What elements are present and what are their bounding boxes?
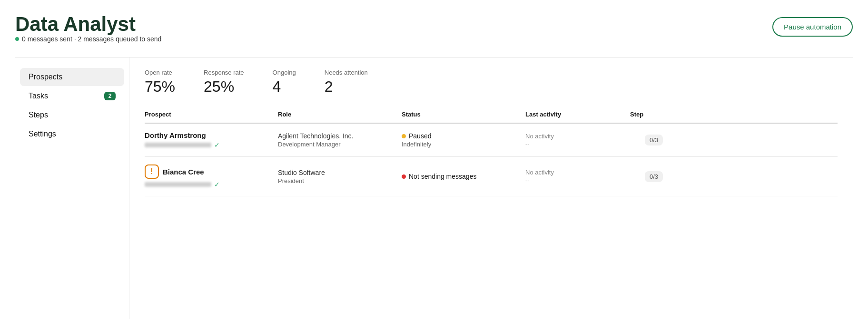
prospect-name: Dorthy Armstrong bbox=[145, 131, 206, 139]
activity-dash: -- bbox=[525, 141, 630, 148]
stat-ongoing: Ongoing 4 bbox=[273, 69, 296, 96]
prospect-name: Bianca Cree bbox=[163, 168, 204, 176]
activity-cell: No activity -- bbox=[525, 169, 630, 184]
activity-dash: -- bbox=[525, 177, 630, 184]
sidebar-item-label: Steps bbox=[29, 111, 48, 119]
stat-label: Needs attention bbox=[325, 69, 368, 76]
status-dot-icon bbox=[15, 37, 19, 41]
alert-icon: ! bbox=[145, 164, 159, 179]
step-badge: 0/3 bbox=[645, 171, 663, 182]
col-step: Step bbox=[630, 111, 678, 118]
status-cell: Paused Indefinitely bbox=[402, 132, 525, 148]
prospect-email-row: ✓ bbox=[145, 141, 278, 149]
stat-needs-attention: Needs attention 2 bbox=[325, 69, 368, 96]
sidebar-item-label: Settings bbox=[29, 130, 56, 138]
status-bar: 0 messages sent · 2 messages queued to s… bbox=[15, 35, 161, 43]
sidebar: Prospects Tasks 2 Steps Settings bbox=[15, 58, 129, 319]
email-blur bbox=[145, 182, 211, 187]
role-title: President bbox=[278, 177, 402, 184]
prospect-cell: ! Bianca Cree ✓ bbox=[145, 164, 278, 188]
sidebar-item-steps[interactable]: Steps bbox=[20, 106, 124, 124]
sidebar-item-prospects[interactable]: Prospects bbox=[20, 68, 124, 86]
main-layout: Prospects Tasks 2 Steps Settings Open ra… bbox=[15, 57, 853, 319]
status-yellow-icon bbox=[402, 134, 406, 138]
stat-value: 25% bbox=[204, 78, 244, 96]
table-row[interactable]: Dorthy Armstrong ✓ Agilent Technologies,… bbox=[145, 124, 838, 157]
status-sub: Indefinitely bbox=[402, 141, 525, 148]
company-name: Agilent Technologies, Inc. bbox=[278, 132, 402, 140]
step-badge: 0/3 bbox=[645, 135, 663, 145]
status-label: Not sending messages bbox=[409, 173, 476, 180]
col-role: Role bbox=[278, 111, 402, 118]
pause-automation-button[interactable]: Pause automation bbox=[772, 17, 853, 37]
content-area: Open rate 75% Response rate 25% Ongoing … bbox=[129, 58, 853, 319]
prospect-email-row: ✓ bbox=[145, 181, 278, 188]
stats-row: Open rate 75% Response rate 25% Ongoing … bbox=[145, 69, 838, 96]
stat-value: 2 bbox=[325, 78, 368, 96]
status-label: Paused bbox=[409, 132, 431, 140]
verified-check-icon: ✓ bbox=[214, 141, 220, 149]
stat-value: 75% bbox=[145, 78, 175, 96]
stat-label: Response rate bbox=[204, 69, 244, 76]
page-header: Data Analyst 0 messages sent · 2 message… bbox=[15, 13, 853, 53]
stat-open-rate: Open rate 75% bbox=[145, 69, 175, 96]
page-title: Data Analyst bbox=[15, 13, 161, 35]
step-cell: 0/3 bbox=[630, 135, 678, 145]
col-last-activity: Last activity bbox=[525, 111, 630, 118]
status-red-icon bbox=[402, 174, 406, 179]
stat-response-rate: Response rate 25% bbox=[204, 69, 244, 96]
sidebar-item-label: Tasks bbox=[29, 92, 48, 100]
last-activity: No activity bbox=[525, 133, 630, 140]
stat-value: 4 bbox=[273, 78, 296, 96]
stat-label: Open rate bbox=[145, 69, 175, 76]
prospect-cell: Dorthy Armstrong ✓ bbox=[145, 131, 278, 149]
table-header: Prospect Role Status Last activity Step bbox=[145, 111, 838, 124]
col-prospect: Prospect bbox=[145, 111, 278, 118]
tasks-badge: 2 bbox=[104, 92, 116, 100]
status-row: Paused bbox=[402, 132, 525, 140]
last-activity: No activity bbox=[525, 169, 630, 176]
status-text: 0 messages sent · 2 messages queued to s… bbox=[22, 35, 161, 43]
role-cell: Agilent Technologies, Inc. Development M… bbox=[278, 132, 402, 148]
sidebar-item-tasks[interactable]: Tasks 2 bbox=[20, 87, 124, 105]
status-row: Not sending messages bbox=[402, 173, 525, 180]
email-blur bbox=[145, 143, 211, 147]
step-cell: 0/3 bbox=[630, 171, 678, 182]
stat-label: Ongoing bbox=[273, 69, 296, 76]
sidebar-item-label: Prospects bbox=[29, 73, 62, 81]
company-name: Studio Software bbox=[278, 169, 402, 176]
prospect-name-row: ! Bianca Cree bbox=[145, 164, 278, 179]
status-cell: Not sending messages bbox=[402, 173, 525, 180]
table-row[interactable]: ! Bianca Cree ✓ Studio Software Presiden… bbox=[145, 157, 838, 196]
activity-cell: No activity -- bbox=[525, 133, 630, 148]
col-status: Status bbox=[402, 111, 525, 118]
role-title: Development Manager bbox=[278, 141, 402, 148]
role-cell: Studio Software President bbox=[278, 169, 402, 184]
sidebar-item-settings[interactable]: Settings bbox=[20, 125, 124, 143]
verified-check-icon: ✓ bbox=[214, 181, 220, 188]
